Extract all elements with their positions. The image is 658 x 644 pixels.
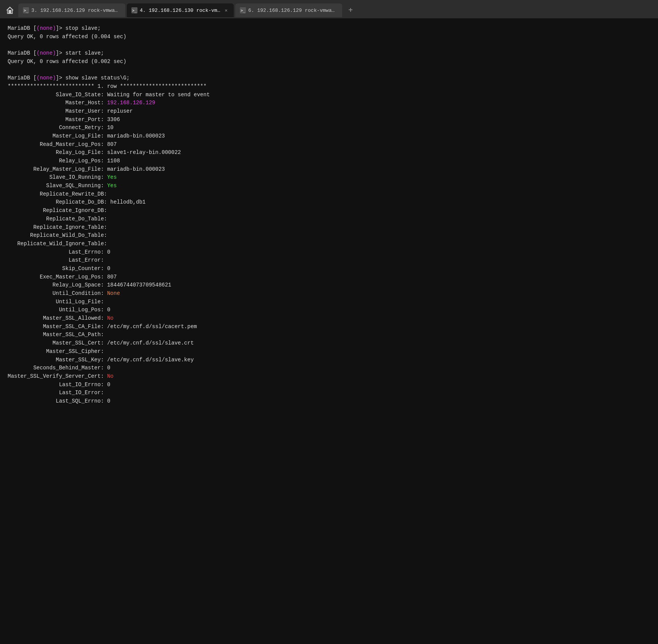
line-replicate-ignore-db: Replicate_Ignore_DB:	[8, 207, 650, 215]
line-until-log-file: Until_Log_File:	[8, 298, 650, 306]
line-slave-sql-running: Slave_SQL_Running: Yes	[8, 182, 650, 190]
tab-2-close-icon[interactable]: ✕	[223, 7, 229, 13]
line-master-host: Master_Host: 192.168.126.129	[8, 99, 650, 107]
line-replicate-wild-do-table: Replicate_Wild_Do_Table:	[8, 231, 650, 240]
tab-2[interactable]: >_ 4. 192.168.126.130 rock-vmwarestat...…	[127, 3, 234, 17]
line-last-io-errno: Last_IO_Errno: 0	[8, 381, 650, 389]
line-relay-log-space: Relay_Log_Space: 18446744073709548621	[8, 281, 650, 290]
line-last-sql-errno: Last_SQL_Errno: 0	[8, 397, 650, 406]
line-slave-io-state: Slave_IO_State: Waiting for master to se…	[8, 91, 650, 99]
line-last-errno: Last_Errno: 0	[8, 248, 650, 257]
line-master-ssl-allowed: Master_SSL_Allowed: No	[8, 314, 650, 323]
line-master-ssl-verify: Master_SSL_Verify_Server_Cert: No	[8, 372, 650, 381]
line-relay-log-file: Relay_Log_File: slave1-relay-bin.000022	[8, 149, 650, 157]
browser-tabs-bar: >_ 3. 192.168.126.129 rock-vmwarestat...…	[0, 0, 658, 18]
line-master-ssl-cert: Master_SSL_Cert: /etc/my.cnf.d/ssl/slave…	[8, 339, 650, 348]
line-replicate-do-table: Replicate_Do_Table:	[8, 215, 650, 223]
line-separator: *************************** 1. row *****…	[8, 83, 650, 91]
tab-2-icon: >_	[131, 7, 137, 13]
line-exec-master-log-pos: Exec_Master_Log_Pos: 807	[8, 273, 650, 282]
line-last-error: Last_Error:	[8, 256, 650, 265]
blank-1	[8, 41, 650, 49]
blank-2	[8, 66, 650, 74]
line-until-log-pos: Until_Log_Pos: 0	[8, 306, 650, 314]
line-replicate-ignore-table: Replicate_Ignore_Table:	[8, 223, 650, 232]
line-master-ssl-ca-file: Master_SSL_CA_File: /etc/my.cnf.d/ssl/ca…	[8, 323, 650, 331]
home-icon[interactable]	[3, 3, 17, 17]
tab-3-label: 6. 192.168.126.129 rock-vmwarestat...	[248, 8, 338, 13]
line-master-ssl-cipher: Master_SSL_Cipher:	[8, 348, 650, 356]
tab-1[interactable]: >_ 3. 192.168.126.129 rock-vmwarestat...	[18, 3, 125, 17]
tab-1-icon: >_	[23, 7, 29, 13]
line-master-ssl-key: Master_SSL_Key: /etc/my.cnf.d/ssl/slave.…	[8, 356, 650, 364]
line-start-slave-cmd: MariaDB [(none)]> start slave;	[8, 49, 650, 58]
svg-rect-0	[9, 10, 11, 13]
svg-text:>_: >_	[24, 8, 29, 13]
line-master-ssl-ca-path: Master_SSL_CA_Path:	[8, 331, 650, 339]
svg-text:>_: >_	[132, 8, 137, 13]
line-relay-master-log-file: Relay_Master_Log_File: mariadb-bin.00002…	[8, 165, 650, 174]
line-connect-retry: Connect_Retry: 10	[8, 124, 650, 132]
tab-2-label: 4. 192.168.126.130 rock-vmwarestat...	[140, 8, 221, 13]
tab-3-icon: >_	[240, 7, 246, 13]
line-skip-counter: Skip_Counter: 0	[8, 265, 650, 273]
line-stop-slave-result: Query OK, 0 rows affected (0.004 sec)	[8, 33, 650, 41]
line-replicate-rewrite-db: Replicate_Rewrite_DB:	[8, 190, 650, 199]
line-start-slave-result: Query OK, 0 rows affected (0.002 sec)	[8, 58, 650, 66]
line-master-user: Master_User: repluser	[8, 107, 650, 116]
line-master-port: Master_Port: 3306	[8, 116, 650, 124]
line-show-slave-cmd: MariaDB [(none)]> show slave status\G;	[8, 74, 650, 83]
line-relay-log-pos: Relay_Log_Pos: 1108	[8, 157, 650, 165]
tab-1-label: 3. 192.168.126.129 rock-vmwarestat...	[31, 8, 121, 13]
line-replicate-wild-ignore-table: Replicate_Wild_Ignore_Table:	[8, 240, 650, 248]
line-master-log-file: Master_Log_File: mariadb-bin.000023	[8, 132, 650, 141]
line-slave-io-running: Slave_IO_Running: Yes	[8, 173, 650, 182]
svg-text:>_: >_	[241, 8, 246, 13]
line-read-master-log-pos: Read_Master_Log_Pos: 807	[8, 141, 650, 149]
line-until-condition: Until_Condition: None	[8, 290, 650, 298]
line-seconds-behind-master: Seconds_Behind_Master: 0	[8, 364, 650, 372]
new-tab-button[interactable]: +	[344, 3, 357, 17]
terminal-content: MariaDB [(none)]> stop slave; Query OK, …	[0, 18, 658, 644]
line-stop-slave-cmd: MariaDB [(none)]> stop slave;	[8, 24, 650, 33]
tab-3[interactable]: >_ 6. 192.168.126.129 rock-vmwarestat...	[235, 3, 342, 17]
line-replicate-do-db: Replicate_Do_DB: hellodb,db1	[8, 198, 650, 207]
line-last-io-error: Last_IO_Error:	[8, 389, 650, 397]
